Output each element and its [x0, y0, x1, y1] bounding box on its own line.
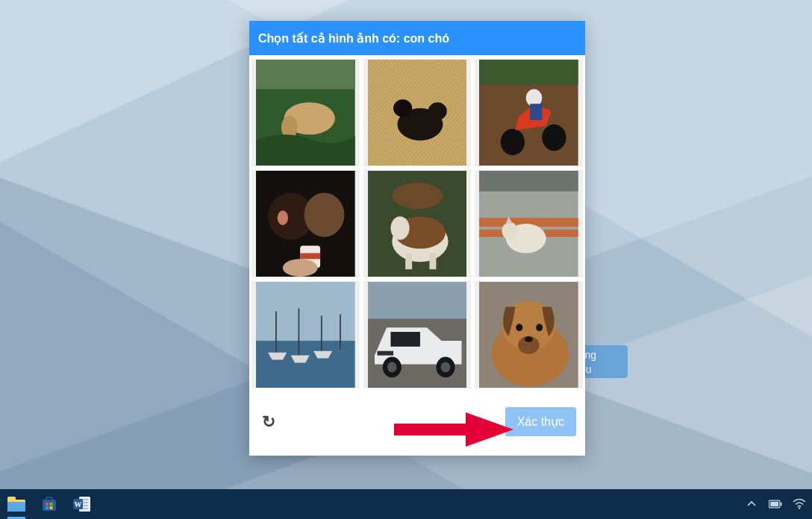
captcha-tile-0[interactable]	[252, 59, 360, 166]
captcha-grid	[249, 55, 585, 391]
svg-rect-57	[7, 497, 16, 502]
taskbar: W	[0, 489, 812, 519]
captcha-tile-3[interactable]	[252, 170, 360, 277]
microsoft-word-icon: W	[73, 496, 91, 512]
svg-point-54	[537, 324, 543, 331]
svg-rect-61	[46, 503, 49, 506]
svg-rect-27	[405, 253, 412, 269]
captcha-tile-2[interactable]	[475, 59, 583, 166]
tray-overflow[interactable]	[745, 497, 758, 511]
svg-rect-60	[46, 497, 52, 501]
svg-point-23	[392, 183, 443, 210]
battery-icon	[769, 500, 782, 509]
captcha-tile-7[interactable]	[363, 281, 472, 389]
captcha-card: Chọn tất cả hình ảnh có: con chó	[249, 21, 585, 456]
svg-text:W: W	[75, 500, 82, 509]
system-tray	[745, 497, 806, 511]
wifi-status[interactable]	[793, 497, 806, 511]
svg-rect-30	[479, 171, 578, 192]
svg-point-34	[502, 222, 519, 240]
svg-rect-73	[781, 503, 782, 506]
captcha-tile-8[interactable]	[475, 281, 583, 389]
wifi-icon	[793, 499, 806, 509]
taskbar-apps: W	[6, 489, 93, 519]
captcha-tile-5[interactable]	[475, 170, 583, 277]
svg-point-21	[283, 259, 318, 277]
svg-point-17	[304, 193, 345, 237]
taskbar-file-explorer[interactable]	[6, 494, 27, 515]
svg-point-12	[543, 125, 566, 151]
svg-rect-10	[479, 60, 578, 85]
captcha-tile-6[interactable]	[252, 281, 360, 389]
svg-rect-48	[377, 351, 393, 356]
svg-rect-58	[7, 502, 25, 512]
taskbar-microsoft-word[interactable]: W	[72, 494, 93, 515]
svg-point-26	[390, 216, 409, 240]
refresh-cw-icon: ↻	[262, 412, 275, 432]
svg-point-75	[799, 507, 801, 509]
svg-rect-64	[50, 506, 53, 509]
svg-rect-14	[530, 104, 542, 120]
microsoft-store-icon	[41, 496, 57, 512]
svg-point-55	[525, 336, 533, 342]
svg-point-8	[428, 102, 446, 120]
svg-rect-62	[50, 503, 53, 506]
instruction-target: con chó	[404, 32, 449, 45]
captcha-footer: ↻ Xác thực	[249, 391, 585, 456]
captcha-instruction: Chọn tất cả hình ảnh có: con chó	[249, 21, 585, 55]
svg-rect-20	[300, 253, 320, 259]
refresh-button[interactable]: ↻	[258, 412, 279, 432]
svg-rect-28	[429, 253, 436, 269]
svg-rect-42	[368, 282, 467, 318]
taskbar-microsoft-store[interactable]	[39, 494, 60, 515]
svg-point-47	[440, 362, 450, 372]
svg-rect-74	[770, 502, 778, 506]
svg-point-53	[516, 324, 523, 331]
svg-point-7	[393, 99, 412, 117]
svg-rect-1	[256, 60, 355, 89]
svg-point-45	[387, 362, 397, 372]
svg-point-18	[278, 210, 288, 225]
battery-status[interactable]	[769, 497, 782, 511]
svg-rect-43	[390, 332, 419, 347]
chevron-up-icon	[746, 499, 757, 509]
captcha-tile-4[interactable]	[363, 170, 472, 277]
instruction-prefix: Chọn tất cả hình ảnh có:	[258, 32, 404, 45]
verify-button[interactable]: Xác thực	[505, 407, 576, 436]
file-explorer-icon	[7, 497, 25, 512]
svg-rect-63	[46, 506, 49, 509]
svg-point-11	[501, 129, 525, 156]
captcha-tile-1[interactable]	[363, 59, 472, 166]
